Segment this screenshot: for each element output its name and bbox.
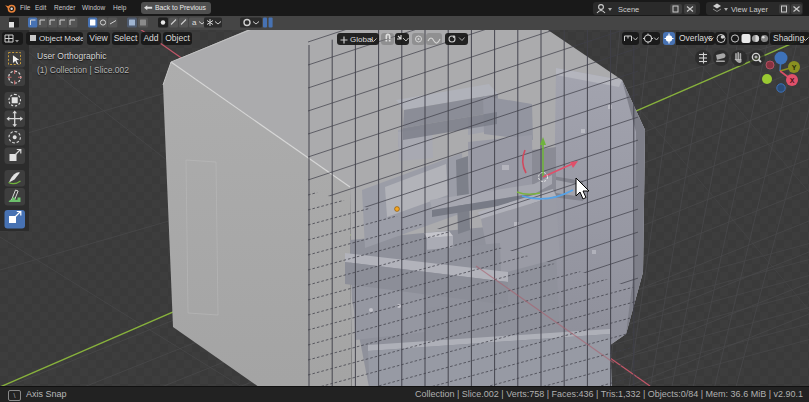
svg-text:X: X: [790, 77, 795, 84]
svg-text:Scene: Scene: [618, 5, 639, 14]
svg-text:Y: Y: [792, 64, 797, 71]
svg-text:View Layer: View Layer: [731, 5, 768, 14]
svg-text:a: a: [192, 18, 197, 27]
